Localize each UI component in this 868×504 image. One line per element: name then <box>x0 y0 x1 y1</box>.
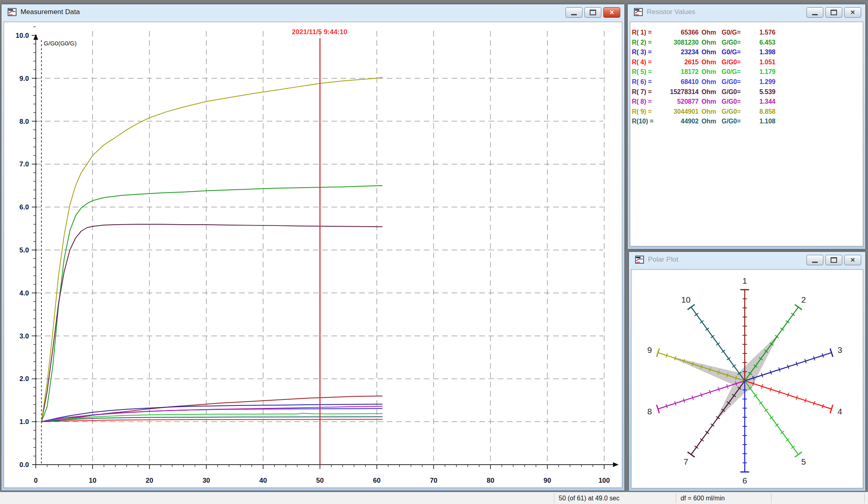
y-tick-label: 7.0 <box>19 160 29 168</box>
ratio-label: G/G0= <box>721 38 747 48</box>
window-resistor-values: Resistor Values ✕ R( 1) = 65366 Ohm G0/G… <box>627 4 866 249</box>
titlebar-polar[interactable]: Polar Plot ✕ <box>629 252 865 267</box>
status-separator <box>771 493 771 503</box>
maximize-icon <box>590 10 596 15</box>
resistance-unit: Ohm <box>699 117 721 127</box>
y-tick-label: 6.0 <box>19 203 29 211</box>
titlebar-resistor[interactable]: Resistor Values ✕ <box>628 4 865 20</box>
y-tick-label: 8.0 <box>19 118 29 125</box>
resistance-value: 2615 <box>660 57 699 68</box>
close-button[interactable]: ✕ <box>844 255 861 265</box>
y-axis-caption: G/G0(G0/G) <box>44 40 77 47</box>
ratio-label: G0/G= <box>721 47 747 57</box>
resistance-unit: Ohm <box>699 77 721 87</box>
ratio-label: G0/G= <box>721 67 747 77</box>
maximize-button[interactable] <box>825 7 842 18</box>
measurement-plot-area: 01020304050607080901000.01.02.03.04.05.0… <box>4 22 622 488</box>
minimize-button[interactable] <box>566 7 582 18</box>
resistor-label: R(10) = <box>632 117 660 127</box>
ratio-label: G/G0= <box>721 87 747 97</box>
y-tick-label: 9.0 <box>19 75 29 82</box>
close-button[interactable]: ✕ <box>603 7 620 18</box>
minimize-button[interactable] <box>806 7 823 18</box>
x-tick-label: 10 <box>89 477 97 484</box>
x-tick-label: 60 <box>373 477 381 484</box>
line-chart: 01020304050607080901000.01.02.03.04.05.0… <box>4 22 622 488</box>
resistor-row: R( 5) = 18172 Ohm G0/G= 1.179 <box>632 67 863 77</box>
radar-axis-label: 8 <box>647 407 652 416</box>
resistor-row: R( 9) = 3044901 Ohm G/G0= 8.858 <box>632 107 863 117</box>
x-tick-label: 20 <box>146 477 153 484</box>
x-axis-arrow <box>613 462 619 467</box>
ratio-value: 1.344 <box>747 97 775 107</box>
window-title-measurement: Measurement Data <box>21 8 80 16</box>
titlebar-measurement[interactable]: Measurement Data ✕ <box>2 4 624 20</box>
maximize-button[interactable] <box>825 255 842 265</box>
status-separator <box>676 493 676 503</box>
ratio-value: 1.398 <box>747 47 775 57</box>
caption-buttons: ✕ <box>806 255 861 265</box>
radar-axis-label: 2 <box>801 295 806 304</box>
resistance-unit: Ohm <box>699 47 721 57</box>
resistor-row: R( 6) = 68410 Ohm G/G0= 1.299 <box>632 77 863 87</box>
resistor-label: R( 8) = <box>632 97 660 107</box>
ratio-value: 1.051 <box>747 57 775 68</box>
resistance-unit: Ohm <box>699 28 721 38</box>
close-button[interactable]: ✕ <box>844 7 861 18</box>
ratio-label: G0/G= <box>721 28 747 38</box>
minimize-icon <box>812 14 818 15</box>
resistance-unit: Ohm <box>699 107 721 117</box>
window-title-resistor: Resistor Values <box>647 8 695 16</box>
radar-axis-label: 5 <box>801 457 806 466</box>
status-separator <box>864 493 865 503</box>
radar-axis-label: 6 <box>743 476 747 485</box>
minimize-button[interactable] <box>806 255 823 265</box>
chart-app-icon <box>635 255 644 264</box>
radar-axis-4 <box>745 381 833 413</box>
resistor-row-list: R( 1) = 65366 Ohm G0/G= 1.576 R( 2) = 30… <box>630 22 863 127</box>
maximize-icon <box>831 10 837 15</box>
ratio-value: 1.299 <box>747 77 775 87</box>
window-polar-plot: Polar Plot ✕ 12345678910 <box>629 252 866 491</box>
radar-axis-label: 1 <box>743 276 747 285</box>
resistor-label: R( 7) = <box>632 87 660 97</box>
y-tick-label: 5.0 <box>19 246 29 254</box>
status-bar: 50 (of 61) at 49.0 sec df = 600 ml/min <box>0 492 868 504</box>
ratio-label: G/G0= <box>721 107 747 117</box>
resistance-value: 44902 <box>660 117 699 127</box>
resistor-label: R( 3) = <box>632 47 660 57</box>
window-title-polar: Polar Plot <box>648 256 679 264</box>
x-tick-label: 70 <box>430 477 438 484</box>
ratio-label: G/G0= <box>721 77 747 87</box>
resistor-label: R( 9) = <box>632 107 660 117</box>
cursor-timestamp: 2021/11/5 9:44:10 <box>292 28 348 36</box>
resistance-value: 68410 <box>660 77 699 87</box>
x-tick-label: 40 <box>259 477 267 484</box>
caption-buttons: ✕ <box>806 7 861 18</box>
resistor-row: R( 8) = 520877 Ohm G/G0= 1.344 <box>632 97 863 107</box>
ratio-value: 8.858 <box>747 107 775 117</box>
caption-buttons: ✕ <box>566 7 620 18</box>
radar-axis-label: 10 <box>681 295 691 304</box>
resistance-unit: Ohm <box>699 38 721 48</box>
resistance-value: 65366 <box>660 28 699 38</box>
window-measurement-data: Measurement Data ✕ 010203040506070809010… <box>1 4 625 491</box>
ratio-label: G/G0= <box>721 117 747 127</box>
status-flow-rate: df = 600 ml/min <box>681 492 767 504</box>
axes <box>32 34 619 468</box>
resistance-value: 3081230 <box>660 38 699 48</box>
minimize-icon <box>812 262 818 263</box>
resistor-row: R( 4) = 2615 Ohm G/G0= 1.051 <box>632 57 863 68</box>
ratio-value: 5.539 <box>747 87 775 97</box>
series-R9 <box>41 78 383 422</box>
resistor-label: R( 6) = <box>632 77 660 87</box>
resistance-value: 3044901 <box>660 107 699 117</box>
radar-axis-label: 9 <box>647 345 652 354</box>
chart-app-icon <box>634 7 643 17</box>
y-axis-arrow <box>33 34 38 40</box>
resistor-row: R(10) = 44902 Ohm G/G0= 1.108 <box>632 117 863 127</box>
close-icon: ✕ <box>609 9 615 16</box>
close-icon: ✕ <box>850 256 856 264</box>
maximize-button[interactable] <box>584 7 601 18</box>
ratio-label: G/G0= <box>721 57 747 68</box>
